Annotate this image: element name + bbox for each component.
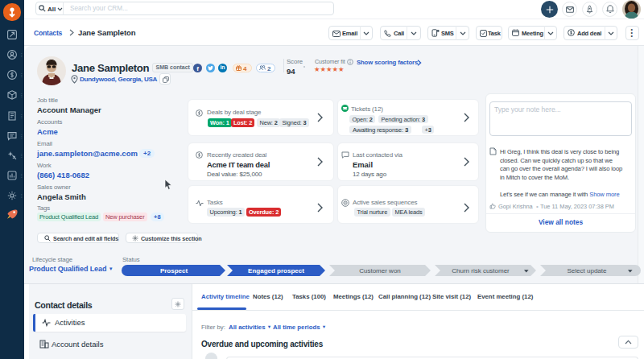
svg-text:Select update: Select update	[568, 267, 607, 274]
svg-text:Customer won: Customer won	[359, 267, 401, 274]
svg-text:Churn risk customer: Churn risk customer	[452, 267, 510, 274]
svg-text:Prospect: Prospect	[160, 267, 188, 274]
svg-text:Engaged prospect: Engaged prospect	[248, 267, 304, 274]
